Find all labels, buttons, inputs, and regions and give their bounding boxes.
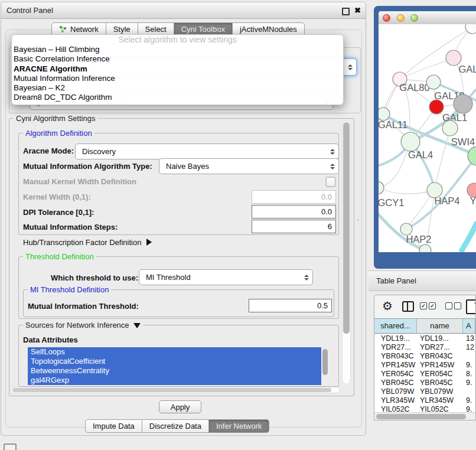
network-node-HAP2[interactable] [400, 223, 412, 235]
table-horizontal-scrollbar[interactable] [374, 412, 475, 420]
table-cell[interactable]: YDR27... [374, 343, 417, 351]
sources-group-title[interactable]: Sources for Network Inference [23, 321, 143, 330]
which-threshold-select[interactable]: MI Threshold [139, 269, 313, 285]
table-cell[interactable]: YDL19... [374, 334, 417, 343]
attribute-list-item[interactable]: gal4RGexp [28, 376, 321, 385]
table-cell[interactable]: YLR345W [417, 396, 463, 405]
attribute-list-item[interactable]: TopologicalCoefficient [28, 357, 321, 366]
network-canvas[interactable]: GALGAL80GAL10GAL1GAL11GAL4SWI4GCY1HAP4YH… [379, 24, 476, 252]
control-panel-window: Control Panel ✖ Network Style Select Cyn… [1, 2, 366, 436]
data-attributes-list[interactable]: SelfLoopsTopologicalCoefficientBetweenne… [28, 347, 330, 385]
network-node-node-green-1[interactable] [442, 120, 458, 136]
attribute-list-item[interactable]: BetweennessCentrality [28, 366, 321, 376]
table-row[interactable]: YBL079WYBL079W [374, 387, 475, 396]
table-cell[interactable]: YIL052C [417, 405, 463, 412]
algorithm-option[interactable]: Dream8 DC_TDC Algorithm [12, 93, 343, 102]
settings-horizontal-scrollbar[interactable] [11, 387, 340, 393]
scrollbar-thumb[interactable] [322, 349, 328, 375]
network-node-GAL11[interactable] [379, 107, 390, 120]
close-icon[interactable]: ✖ [354, 2, 361, 18]
table-cell[interactable]: YER054C [417, 370, 463, 378]
network-node-GAL1[interactable] [429, 100, 444, 114]
scrollbar-thumb[interactable] [343, 122, 350, 334]
algorithm-option[interactable]: Basic Correlation Inference [12, 54, 343, 64]
float-window-icon[interactable] [342, 8, 350, 15]
hub-definition-expander[interactable]: Hub/Transcription Factor Definition [23, 238, 152, 247]
network-window-titlebar[interactable] [379, 11, 476, 25]
table-row[interactable]: YPR145WYPR145W9. [374, 360, 475, 369]
unchecked-checkbox-icon[interactable] [454, 302, 461, 309]
table-cell[interactable]: 13 [463, 334, 475, 343]
table-cell[interactable]: YBR043C [374, 352, 417, 360]
table-cell[interactable]: 12 [463, 343, 475, 351]
column-header-shared-name[interactable]: shared... [374, 319, 417, 333]
mi-algorithm-type-select[interactable]: Naive Bayes [159, 158, 339, 174]
aracne-mode-select[interactable]: Discovery [75, 144, 339, 159]
table-cell[interactable]: YDL19... [417, 334, 463, 343]
algorithm-option[interactable]: Bayesian – Hill Climbing [12, 45, 343, 54]
zoom-traffic-light-icon[interactable] [410, 14, 418, 22]
checked-checkbox-icon[interactable]: ✓ [429, 302, 436, 309]
table-cell[interactable]: YLR345W [374, 396, 417, 405]
mi-threshold-field[interactable] [249, 299, 332, 312]
network-node-SWI4[interactable] [468, 146, 476, 165]
unchecked-checkbox-icon[interactable] [445, 302, 452, 309]
network-node-node-top[interactable] [465, 24, 476, 34]
table-cell[interactable]: YBL079W [374, 387, 417, 396]
network-node-GAL4[interactable] [401, 132, 420, 151]
attribute-list-item[interactable]: SelfLoops [28, 347, 321, 357]
table-cell[interactable]: 8. [463, 370, 475, 378]
scrollbar-thumb[interactable] [376, 414, 466, 419]
table-cell[interactable]: YIL052C [374, 405, 417, 412]
table-row[interactable]: YDR27...YDR27...12 [374, 343, 475, 351]
splitter-handle-icon[interactable]: ‹ [357, 217, 360, 223]
table-cell[interactable]: YBL079W [417, 387, 463, 396]
apply-button[interactable]: Apply [159, 400, 201, 413]
document-icon[interactable] [466, 299, 476, 314]
attributes-scrollbar[interactable] [321, 347, 330, 385]
table-cell[interactable]: 9. [463, 379, 475, 387]
scrollbar-thumb[interactable] [12, 388, 331, 392]
algorithm-option[interactable]: ARACNE Algorithm [12, 64, 343, 74]
table-row[interactable]: YLR345WYLR345W9. [374, 396, 475, 405]
algorithm-option[interactable]: Bayesian – K2 [12, 83, 343, 93]
table-cell[interactable]: 9. [463, 396, 475, 405]
algorithm-option[interactable]: Mutual Information Inference [12, 74, 343, 83]
table-cell[interactable]: YBR045C [417, 379, 463, 387]
dpi-tolerance-field[interactable] [252, 205, 336, 219]
collapsed-panel-button[interactable] [4, 444, 17, 450]
network-node-GCY1[interactable] [379, 181, 384, 194]
table-cell[interactable]: 9. [463, 405, 475, 412]
table-row[interactable]: YDL19...YDL19...13 [374, 334, 475, 343]
table-cell[interactable]: YBR045C [374, 379, 417, 387]
table-cell[interactable]: YER054C [374, 370, 417, 378]
tab-discretize-data[interactable]: Discretize Data [142, 419, 209, 433]
tab-infer-network[interactable]: Infer Network [209, 419, 269, 433]
column-header-name[interactable]: name [417, 319, 463, 333]
network-node-node-gray[interactable] [454, 94, 472, 113]
table-cell[interactable]: YPR145W [374, 361, 417, 369]
network-node-node-bottom[interactable] [419, 244, 431, 252]
settings-vertical-scrollbar[interactable] [342, 120, 351, 384]
bottom-tabbar: Impute Data Discretize Data Infer Networ… [85, 419, 269, 433]
mi-steps-field[interactable] [252, 220, 336, 233]
table-cell[interactable]: 9. [463, 361, 475, 369]
table-cell[interactable]: YPR145W [417, 361, 463, 369]
gear-icon[interactable]: ⚙ [382, 299, 393, 313]
table-row[interactable]: YBR043CYBR043C [374, 351, 475, 360]
tab-impute-data[interactable]: Impute Data [85, 419, 142, 433]
table-body[interactable]: YDL19...YDL19...13YDR27...YDR27...12YBR0… [374, 334, 475, 412]
kernel-width-field[interactable] [252, 190, 336, 204]
table-row[interactable]: YIL052CYIL052C9. [374, 405, 475, 412]
table-cell[interactable]: YBR043C [417, 352, 463, 360]
network-node-GAL10[interactable] [426, 75, 441, 89]
column-header-partial[interactable]: A [463, 319, 475, 333]
table-row[interactable]: YBR045CYBR045C9. [374, 378, 475, 387]
minimize-traffic-light-icon[interactable] [397, 14, 405, 22]
checked-checkbox-icon[interactable]: ✓ [420, 302, 427, 309]
column-view-icon[interactable] [402, 301, 414, 312]
manual-kernel-checkbox[interactable] [325, 177, 336, 187]
close-traffic-light-icon[interactable] [383, 14, 390, 22]
table-cell[interactable]: YDR27... [417, 343, 463, 351]
table-row[interactable]: YER054CYER054C8. [374, 369, 475, 378]
